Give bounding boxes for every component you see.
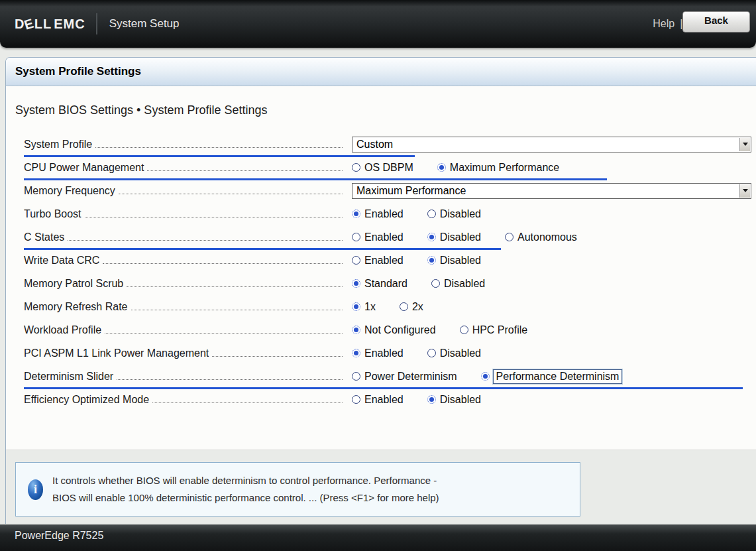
radio-label[interactable]: HPC Profile [472, 324, 528, 336]
dotted-leader [103, 257, 343, 264]
setting-control: EnabledDisabledAutonomous [352, 231, 756, 243]
dropdown-arrow-icon[interactable] [739, 184, 750, 198]
select-value: Custom [356, 139, 393, 150]
radio-label[interactable]: Enabled [364, 394, 404, 406]
radio-label[interactable]: Disabled [444, 278, 485, 290]
radio-selected-icon[interactable] [481, 372, 490, 381]
radio-label[interactable]: Enabled [364, 208, 404, 220]
radio-option-power-determinism[interactable]: Power Determinism [352, 371, 457, 383]
help-text: It controls whether BIOS will enable det… [52, 472, 439, 507]
radio-label[interactable]: Performance Determinism [493, 369, 623, 384]
dotted-leader [95, 141, 343, 148]
setting-control: StandardDisabled [352, 278, 756, 290]
radio-option-disabled[interactable]: Disabled [427, 347, 481, 359]
radio-unselected-icon[interactable] [352, 163, 360, 172]
radio-label[interactable]: 2x [412, 301, 423, 313]
back-button[interactable]: Back [682, 11, 750, 32]
radio-selected-icon[interactable] [352, 210, 360, 218]
dotted-leader [147, 164, 343, 171]
dotted-leader [68, 233, 343, 241]
header-link-help[interactable]: Help [653, 18, 675, 30]
radio-label[interactable]: Disabled [440, 231, 481, 243]
radio-label[interactable]: Disabled [440, 394, 481, 406]
setting-control: Maximum Performance [352, 183, 756, 199]
radio-option-enabled[interactable]: Enabled [352, 208, 404, 220]
radio-selected-icon[interactable] [352, 349, 360, 357]
setting-label-cell: Workload Profile [24, 324, 352, 336]
system-profile-settings-panel: System Profile Settings System BIOS Sett… [5, 57, 756, 524]
radio-selected-icon[interactable] [427, 233, 436, 241]
radio-label[interactable]: Maximum Performance [450, 162, 559, 174]
header-divider [96, 13, 97, 34]
radio-label[interactable]: 1x [364, 301, 376, 313]
radio-option-maximum-performance[interactable]: Maximum Performance [437, 162, 559, 174]
radio-option-enabled[interactable]: Enabled [352, 255, 404, 267]
radio-unselected-icon[interactable] [505, 233, 513, 241]
setting-label: Memory Frequency [24, 185, 115, 197]
page-title: System Profile Settings [15, 65, 141, 78]
radio-option-performance-determinism[interactable]: Performance Determinism [481, 369, 623, 384]
radio-option-os-dbpm[interactable]: OS DBPM [352, 162, 413, 174]
radio-option-standard[interactable]: Standard [352, 278, 407, 290]
settings-rows: System ProfileCustomCPU Power Management… [6, 133, 756, 411]
radio-label[interactable]: Not Configured [364, 324, 436, 336]
radio-option-disabled[interactable]: Disabled [427, 231, 481, 243]
setting-label: Determinism Slider [24, 371, 113, 383]
dotted-leader [131, 303, 343, 310]
radio-option-autonomous[interactable]: Autonomous [505, 231, 577, 243]
radio-label[interactable]: Power Determinism [364, 371, 457, 383]
setting-label: C States [24, 231, 64, 243]
radio-option-disabled[interactable]: Disabled [427, 394, 481, 406]
radio-selected-icon[interactable] [352, 326, 360, 334]
setting-label: Memory Patrol Scrub [24, 278, 123, 290]
radio-option-not-configured[interactable]: Not Configured [352, 324, 436, 336]
select-value: Maximum Performance [356, 185, 466, 196]
setting-row-cpu-power-management: CPU Power ManagementOS DBPMMaximum Perfo… [24, 156, 756, 179]
radio-label[interactable]: Standard [364, 278, 407, 290]
dropdown-arrow-icon[interactable] [739, 138, 750, 151]
memory-frequency-select[interactable]: Maximum Performance [352, 183, 751, 199]
radio-option-enabled[interactable]: Enabled [352, 231, 404, 243]
radio-option-2x[interactable]: 2x [400, 301, 423, 313]
radio-label[interactable]: Disabled [440, 255, 481, 267]
radio-option-disabled[interactable]: Disabled [427, 208, 481, 220]
radio-option-enabled[interactable]: Enabled [352, 394, 404, 406]
radio-unselected-icon[interactable] [400, 302, 408, 311]
radio-option-hpc-profile[interactable]: HPC Profile [460, 324, 528, 336]
radio-option-enabled[interactable]: Enabled [352, 347, 404, 359]
radio-unselected-icon[interactable] [460, 326, 468, 334]
logo-text: LL [34, 17, 52, 32]
radio-label[interactable]: Enabled [364, 255, 404, 267]
radio-unselected-icon[interactable] [352, 372, 360, 381]
radio-unselected-icon[interactable] [352, 233, 360, 241]
radio-label[interactable]: Disabled [440, 347, 481, 359]
help-text-line2: BIOS will enable 100% deterministic perf… [52, 489, 439, 507]
setting-control: Power DeterminismPerformance Determinism [352, 369, 756, 384]
system-model-label: PowerEdge R7525 [15, 530, 103, 542]
radio-label[interactable]: Autonomous [517, 231, 577, 243]
radio-option-disabled[interactable]: Disabled [427, 255, 481, 267]
system-profile-select[interactable]: Custom [352, 137, 751, 153]
radio-label[interactable]: OS DBPM [364, 162, 413, 174]
radio-unselected-icon[interactable] [431, 279, 440, 288]
setting-label-cell: Efficiency Optimized Mode [24, 394, 352, 406]
dotted-leader [117, 373, 343, 380]
radio-option-disabled[interactable]: Disabled [431, 278, 485, 290]
radio-unselected-icon[interactable] [352, 256, 360, 265]
dotted-leader [127, 280, 343, 287]
logo-emc-text: EMC [54, 17, 85, 32]
radio-selected-icon[interactable] [437, 163, 446, 172]
radio-label[interactable]: Enabled [364, 347, 404, 359]
setting-label: CPU Power Management [24, 162, 144, 174]
radio-selected-icon[interactable] [352, 279, 360, 288]
radio-unselected-icon[interactable] [352, 395, 360, 404]
radio-selected-icon[interactable] [427, 395, 436, 404]
radio-unselected-icon[interactable] [427, 210, 436, 218]
radio-unselected-icon[interactable] [427, 349, 436, 357]
radio-label[interactable]: Disabled [440, 208, 481, 220]
radio-label[interactable]: Enabled [364, 231, 404, 243]
radio-selected-icon[interactable] [427, 256, 436, 265]
radio-selected-icon[interactable] [352, 302, 360, 311]
radio-option-1x[interactable]: 1x [352, 301, 376, 313]
top-header-bar: DELLEMC System Setup Help|About|Exit [0, 0, 756, 48]
